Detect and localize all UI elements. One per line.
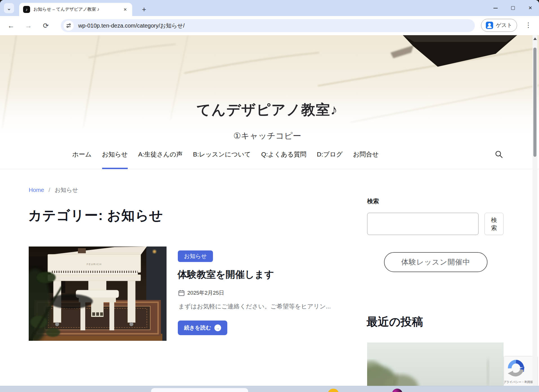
- page-scrollbar[interactable]: [533, 35, 537, 386]
- window-controls: ✕: [487, 0, 539, 16]
- browser-toolbar: ← → ⟳ wp-010p.ten-deza.com/category/お知らせ…: [0, 16, 539, 35]
- read-more-button[interactable]: 続きを読む →: [178, 321, 227, 335]
- breadcrumb-home-link[interactable]: Home: [29, 187, 44, 193]
- nav-item-contact[interactable]: お問合せ: [353, 139, 379, 169]
- sidebar-search-input[interactable]: [367, 213, 479, 235]
- new-tab-button[interactable]: +: [139, 4, 149, 14]
- taskbar-search-box[interactable]: [151, 388, 248, 392]
- nav-item-lessons[interactable]: B:レッスンについて: [193, 139, 251, 169]
- article-thumbnail[interactable]: FEURICH: [29, 247, 167, 341]
- browser-tab[interactable]: ♪ お知らせ – てんデザピアノ教室 ♪ ✕: [19, 3, 132, 16]
- tab-close-icon[interactable]: ✕: [122, 6, 128, 13]
- forward-button[interactable]: →: [23, 20, 34, 32]
- nav-item-home[interactable]: ホーム: [72, 139, 92, 169]
- url-text[interactable]: wp-010p.ten-deza.com/category/お知らせ/: [78, 22, 185, 30]
- maximize-button[interactable]: [504, 2, 522, 14]
- trial-lesson-pill-button[interactable]: 体験レッスン開催中: [384, 252, 488, 272]
- category-badge[interactable]: お知らせ: [178, 250, 213, 262]
- music-note-favicon-icon: ♪: [23, 6, 30, 13]
- guest-profile-button[interactable]: ゲスト: [481, 19, 517, 32]
- chevron-down-icon: ⌄: [7, 5, 11, 12]
- site-title: てんデザピアノ教室♪: [0, 100, 534, 119]
- calendar-icon: [178, 290, 185, 296]
- search-button-char-2: 索: [491, 224, 497, 232]
- taskbar-app-icon-yellow[interactable]: [328, 389, 339, 392]
- article-date-row: 2025年2月25日: [178, 289, 224, 297]
- main-navigation: ホーム お知らせ A:生徒さんの声 B:レッスンについて Q:よくある質問 D:…: [0, 139, 539, 169]
- article-title[interactable]: 体験教室を開催します: [178, 268, 274, 281]
- browser-menu-button[interactable]: ⋮: [525, 22, 532, 28]
- close-window-button[interactable]: ✕: [522, 2, 539, 14]
- browser-window: ⌄ ♪ お知らせ – てんデザピアノ教室 ♪ ✕ + ✕ ← → ⟳: [0, 0, 539, 392]
- tune-icon: [66, 23, 71, 28]
- breadcrumb-current: お知らせ: [55, 186, 78, 194]
- nav-item-news[interactable]: お知らせ: [102, 139, 128, 169]
- nav-item-student-voices[interactable]: A:生徒さんの声: [138, 139, 183, 169]
- article-excerpt: まずはお気軽にご連絡ください。ご希望等をヒアリン...: [178, 302, 331, 310]
- taskbar-app-icon-dark[interactable]: [392, 389, 403, 392]
- recaptcha-privacy-terms[interactable]: プライバシー・利用規約: [504, 380, 536, 384]
- minimize-button[interactable]: [487, 2, 504, 14]
- page-content: Home / お知らせ カテゴリー: お知らせ: [0, 169, 539, 386]
- reload-button[interactable]: ⟳: [40, 20, 52, 32]
- scroll-up-arrow-icon[interactable]: [533, 37, 537, 40]
- arrow-right-icon: →: [214, 324, 221, 331]
- guest-profile-icon: [486, 22, 493, 29]
- sidebar-search-label: 検索: [367, 197, 379, 205]
- sidebar-search-button[interactable]: 検 索: [484, 213, 504, 235]
- site-header: てんデザピアノ教室♪ ①キャッチコピー: [0, 35, 539, 139]
- breadcrumb-separator: /: [49, 187, 50, 193]
- recent-post-thumbnail[interactable]: [367, 342, 504, 386]
- article-date: 2025年2月25日: [187, 289, 224, 297]
- tab-strip: ⌄ ♪ お知らせ – てんデザピアノ教室 ♪ ✕ + ✕: [0, 0, 539, 16]
- recaptcha-logo-icon: [507, 359, 525, 377]
- nav-item-faq[interactable]: Q:よくある質問: [261, 139, 306, 169]
- recent-post-photo: [367, 342, 504, 386]
- minimize-icon: [493, 8, 498, 8]
- recent-posts-heading: 最近の投稿: [367, 314, 423, 330]
- close-icon: ✕: [528, 5, 532, 11]
- breadcrumb: Home / お知らせ: [29, 186, 78, 194]
- address-bar[interactable]: wp-010p.ten-deza.com/category/お知らせ/: [61, 19, 475, 32]
- search-button-char-1: 検: [491, 216, 497, 224]
- maximize-icon: [511, 6, 515, 10]
- page-title: カテゴリー: お知らせ: [28, 207, 163, 225]
- site-settings-button[interactable]: [64, 21, 74, 31]
- scrollbar-thumb[interactable]: [533, 48, 536, 157]
- site-tagline: ①キャッチコピー: [0, 130, 534, 139]
- tab-title: お知らせ – てんデザピアノ教室 ♪: [33, 6, 116, 12]
- svg-text:FEURICH: FEURICH: [87, 263, 102, 266]
- screen: ⌄ ♪ お知らせ – てんデザピアノ教室 ♪ ✕ + ✕ ← → ⟳: [0, 0, 539, 392]
- tab-search-button[interactable]: ⌄: [4, 3, 14, 13]
- read-more-label: 続きを読む: [184, 324, 211, 331]
- taskbar: [0, 386, 539, 392]
- guest-label: ゲスト: [496, 22, 512, 29]
- white-piano-photo: FEURICH: [29, 247, 167, 341]
- piano-keys-hero-image: [0, 35, 539, 139]
- search-icon[interactable]: [495, 150, 503, 158]
- nav-items: ホーム お知らせ A:生徒さんの声 B:レッスンについて Q:よくある質問 D:…: [72, 139, 379, 169]
- back-button[interactable]: ←: [5, 20, 17, 32]
- nav-item-blog[interactable]: D:ブログ: [317, 139, 343, 169]
